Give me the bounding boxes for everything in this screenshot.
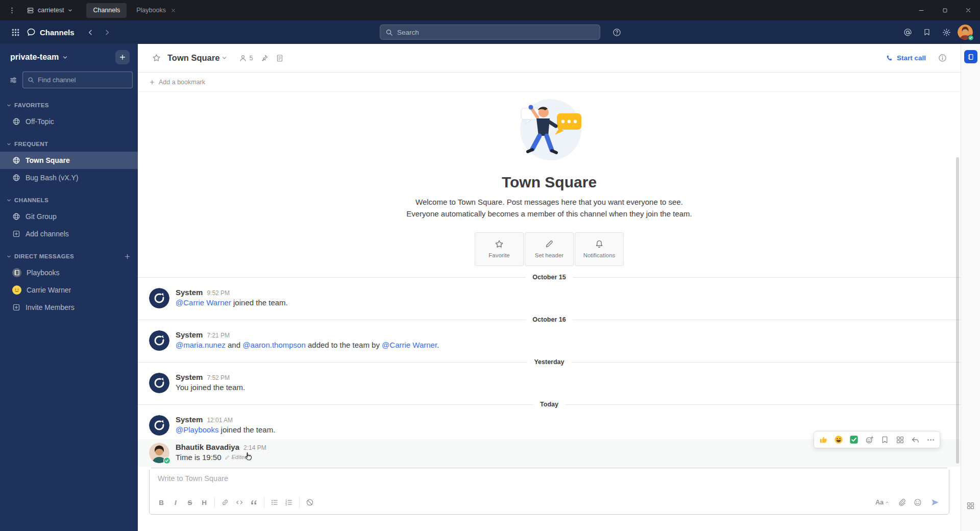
channel-title-menu[interactable]: Town Square (165, 53, 230, 63)
user-avatar[interactable] (958, 25, 973, 40)
app-menu-button[interactable] (3, 0, 20, 20)
strikethrough-button[interactable]: S (183, 496, 197, 509)
add-box-icon (12, 303, 20, 311)
message-input[interactable] (150, 468, 949, 493)
team-menu[interactable]: private-team (10, 53, 68, 62)
sidebar-section-header[interactable]: DIRECT MESSAGES (0, 249, 138, 264)
date-divider-label[interactable]: Today (533, 401, 565, 408)
scrollbar-thumb[interactable] (956, 157, 959, 464)
tab-channels[interactable]: Channels (86, 3, 127, 18)
bold-button[interactable]: B (154, 496, 168, 509)
sidebar-item-town-square[interactable]: Town Square (0, 152, 138, 169)
history-forward-button[interactable] (100, 24, 114, 40)
reply-icon[interactable] (908, 432, 923, 447)
close-button[interactable] (957, 0, 980, 20)
message-apps-icon[interactable] (892, 432, 908, 447)
numbered-list-button[interactable]: 123 (282, 496, 296, 509)
grid-icon (11, 28, 20, 37)
help-button[interactable] (608, 24, 625, 40)
minimize-icon (918, 7, 925, 14)
sidebar-item-git-group[interactable]: Git Group (0, 208, 138, 225)
search-input[interactable] (397, 29, 595, 36)
intro-action-set-header[interactable]: Set header (525, 232, 574, 266)
mention-link[interactable]: @aaron.thompson (242, 341, 306, 349)
sidebar-section-header[interactable]: FAVORITES (0, 98, 138, 113)
message-sender: System (176, 415, 203, 424)
toolbar-divider (299, 497, 300, 508)
favorite-channel-button[interactable] (149, 51, 163, 65)
sidebar-section-header[interactable]: CHANNELS (0, 192, 138, 208)
save-message-icon (880, 436, 889, 444)
intro-action-notifications[interactable]: Notifications (575, 232, 624, 266)
sidebar-item-off-topic[interactable]: Off-Topic (0, 113, 138, 130)
emoji-picker-button[interactable] (911, 496, 925, 509)
mention-link[interactable]: @maria.nunez (176, 341, 226, 349)
find-channel-box[interactable] (22, 71, 133, 88)
add-reaction-icon[interactable] (862, 432, 877, 447)
message-avatar[interactable] (149, 288, 169, 308)
apps-grid-icon[interactable] (964, 498, 978, 513)
send-message-button[interactable] (926, 495, 944, 510)
date-divider-label[interactable]: October 15 (526, 274, 572, 281)
slash-commands-button[interactable] (303, 496, 317, 509)
add-channels-plus-button[interactable] (115, 50, 130, 64)
message-avatar[interactable] (149, 373, 169, 393)
channel-sidebar: private-team FAVORITESOff-TopicFREQUENTT… (0, 44, 138, 531)
date-divider-label[interactable]: Yesterday (527, 358, 571, 366)
channel-files-button[interactable] (273, 51, 287, 65)
channel-info-button[interactable] (935, 51, 949, 65)
composer-right-buttons: Aa (872, 495, 944, 510)
message-avatar[interactable] (149, 415, 169, 436)
sidebar-item-invite-members[interactable]: Invite Members (0, 299, 138, 316)
sidebar-item-carrie-warner[interactable]: Carrie Warner (0, 281, 138, 299)
bell-icon (595, 239, 604, 249)
save-message-icon[interactable] (877, 432, 892, 447)
message-avatar[interactable] (149, 443, 169, 463)
pinned-posts-button[interactable] (257, 51, 272, 65)
online-status-icon (163, 457, 170, 464)
server-selector[interactable]: carrietest (20, 0, 79, 20)
saved-messages-button[interactable] (919, 24, 935, 40)
maximize-button[interactable] (933, 0, 957, 20)
attach-file-button[interactable] (895, 496, 909, 509)
link-icon (221, 498, 229, 506)
channel-filter-button[interactable] (9, 76, 17, 84)
more-actions-icon[interactable] (923, 432, 938, 447)
settings-button[interactable] (938, 24, 954, 40)
tab-playbooks[interactable]: Playbooks (130, 3, 183, 18)
sidebar-item-playbooks[interactable]: Playbooks (0, 264, 138, 281)
sidebar-item-add-channels[interactable]: Add channels (0, 225, 138, 243)
bookmarks-bar[interactable]: Add a bookmark (138, 73, 961, 92)
formatting-toggle-button[interactable]: Aa (872, 496, 893, 509)
link-button[interactable] (218, 496, 232, 509)
date-divider-label[interactable]: October 16 (526, 316, 572, 323)
mentions-button[interactable] (899, 24, 916, 40)
bulleted-list-button[interactable] (267, 496, 282, 509)
quote-button[interactable] (247, 496, 261, 509)
reaction-grinning-face-icon[interactable] (831, 432, 846, 447)
start-call-button[interactable]: Start call (881, 52, 930, 64)
close-tab-icon[interactable] (170, 8, 176, 13)
message-avatar[interactable] (149, 330, 169, 351)
italic-button[interactable]: I (168, 496, 183, 509)
bulleted-list-icon (271, 498, 279, 506)
heading-button[interactable]: H (197, 496, 211, 509)
find-channel-input[interactable] (38, 76, 128, 84)
message-text-fragment: You joined the team. (176, 383, 245, 392)
mention-link[interactable]: @Carrie Warner (176, 298, 231, 307)
minimize-button[interactable] (910, 0, 933, 20)
history-back-button[interactable] (84, 24, 98, 40)
global-search[interactable] (380, 25, 600, 40)
reaction-thumbs-up-icon[interactable] (816, 432, 831, 447)
reaction-check-mark-button-icon[interactable] (846, 432, 862, 447)
product-switcher-button[interactable] (7, 24, 23, 40)
add-direct-message-icon[interactable] (124, 253, 131, 260)
mention-link[interactable]: @Playbooks (176, 425, 218, 434)
mention-link[interactable]: @Carrie Warner (382, 341, 437, 349)
code-button[interactable] (232, 496, 247, 509)
playbooks-app-icon[interactable] (964, 50, 977, 63)
intro-action-favorite[interactable]: Favorite (475, 232, 524, 266)
sidebar-item-bug-bash-vx-y[interactable]: Bug Bash (vX.Y) (0, 169, 138, 186)
sidebar-section-header[interactable]: FREQUENT (0, 136, 138, 152)
channel-members-button[interactable]: 5 (236, 51, 256, 65)
